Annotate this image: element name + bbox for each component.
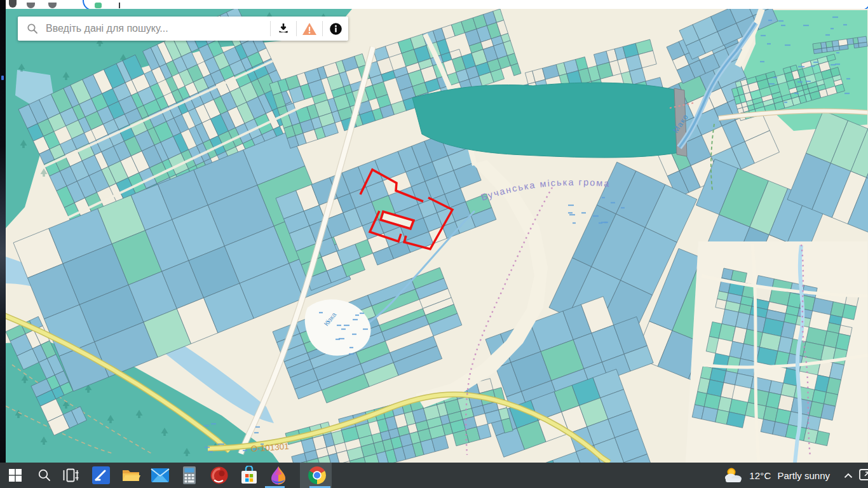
text-caret: [119, 3, 120, 8]
desktop-edge-accent: [1, 76, 4, 80]
cadastral-map-canvas[interactable]: Бучанська міська громадаО-101301МакоКізк…: [6, 9, 868, 463]
parcel[interactable]: [826, 41, 833, 48]
scan-app-icon: [92, 466, 111, 485]
calculator-app-button[interactable]: [175, 463, 203, 488]
start-button[interactable]: [1, 463, 29, 488]
parcel[interactable]: [839, 45, 848, 50]
search-icon: [27, 23, 38, 34]
task-view-icon: [62, 468, 79, 483]
toolbar-icon-partial[interactable]: [9, 0, 17, 8]
download-icon: [277, 22, 290, 35]
toolbar-icon-partial[interactable]: [48, 3, 57, 8]
windows-logo-icon: [8, 468, 22, 482]
parcel[interactable]: [702, 407, 718, 422]
mail-icon: [151, 467, 170, 484]
download-button[interactable]: [271, 17, 296, 40]
parcel[interactable]: [847, 38, 854, 44]
info-button[interactable]: [323, 17, 348, 40]
clipped-tray-icon[interactable]: [859, 468, 868, 482]
file-explorer-icon: [121, 466, 140, 485]
calculator-icon: [182, 466, 197, 485]
parcel[interactable]: [822, 48, 827, 53]
paint3d-app-button[interactable]: [264, 463, 292, 488]
show-hidden-icons-chevron[interactable]: [844, 473, 853, 478]
scan-app-button[interactable]: [87, 463, 115, 488]
red-circle-app-icon: [210, 466, 229, 485]
search-input[interactable]: [44, 22, 270, 35]
screen: { "search_panel": { "placeholder": "Введ…: [0, 0, 868, 488]
parcel[interactable]: [827, 47, 834, 52]
map-viewport[interactable]: Бучанська міська громадаО-101301МакоКізк…: [6, 9, 868, 463]
map-search-panel: [18, 17, 348, 41]
parcel[interactable]: [715, 299, 727, 309]
chrome-app-button[interactable]: [303, 463, 331, 488]
red-circle-app-button[interactable]: [205, 463, 233, 488]
parcel[interactable]: [843, 304, 857, 320]
desktop-wallpaper-edge: [0, 0, 6, 488]
taskbar-tray: 12°C Partly sunny: [722, 463, 868, 488]
parcel[interactable]: [832, 40, 839, 46]
search-icon: [37, 468, 51, 482]
toolbar-icon-partial[interactable]: [27, 3, 35, 8]
windows-taskbar: 12°C Partly sunny: [0, 463, 868, 488]
parcel[interactable]: [813, 48, 822, 53]
parcel[interactable]: [858, 42, 867, 47]
file-explorer-button[interactable]: [117, 463, 145, 488]
task-view-button[interactable]: [57, 463, 85, 488]
parcel[interactable]: [854, 43, 859, 48]
ms-store-icon: [240, 466, 258, 485]
info-icon: [329, 22, 342, 36]
weather-condition[interactable]: Partly sunny: [777, 470, 830, 481]
ms-store-button[interactable]: [235, 463, 263, 488]
chrome-icon: [308, 466, 327, 485]
parcel[interactable]: [815, 431, 829, 446]
mail-app-button[interactable]: [146, 463, 174, 488]
weather-temperature[interactable]: 12°C: [749, 470, 771, 481]
site-favicon: [95, 3, 102, 8]
warning-icon: [302, 22, 317, 36]
weather-icon: [722, 467, 744, 484]
taskbar-search-button[interactable]: [31, 463, 58, 488]
paint3d-droplet-icon: [269, 466, 287, 485]
browser-toolbar-partial: [6, 0, 868, 9]
warning-button[interactable]: [297, 17, 322, 40]
parcel[interactable]: [833, 46, 840, 51]
